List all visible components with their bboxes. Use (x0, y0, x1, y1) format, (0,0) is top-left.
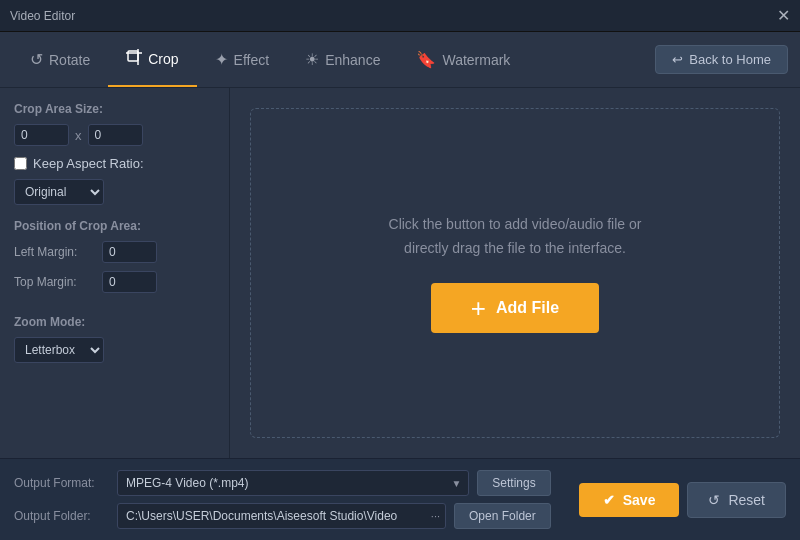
folder-input-wrapper: ··· (117, 503, 446, 529)
tab-effect-label: Effect (234, 52, 270, 68)
left-margin-input[interactable] (102, 241, 157, 263)
position-label: Position of Crop Area: (14, 219, 215, 233)
top-margin-row: Top Margin: (14, 271, 215, 293)
top-margin-label: Top Margin: (14, 275, 94, 289)
enhance-icon: ☀ (305, 50, 319, 69)
save-label: Save (623, 492, 656, 508)
output-folder-input[interactable] (117, 503, 446, 529)
bottom-section: Output Format: MPEG-4 Video (*.mp4) AVI … (0, 458, 800, 540)
back-to-home-button[interactable]: ↩ Back to Home (655, 45, 788, 74)
back-to-home-label: Back to Home (689, 52, 771, 67)
tab-bar: ↺ Rotate Crop ✦ Effect ☀ Enhance 🔖 Water… (0, 32, 800, 88)
bottom-left: Output Format: MPEG-4 Video (*.mp4) AVI … (0, 459, 565, 540)
open-folder-button[interactable]: Open Folder (454, 503, 551, 529)
crop-area-size-row: x (14, 124, 215, 146)
aspect-ratio-select[interactable]: Original 16:9 4:3 1:1 (14, 179, 104, 205)
keep-aspect-ratio-label: Keep Aspect Ratio: (33, 156, 144, 171)
settings-button[interactable]: Settings (477, 470, 550, 496)
main-content: Crop Area Size: x Keep Aspect Ratio: Ori… (0, 88, 800, 458)
left-panel: Crop Area Size: x Keep Aspect Ratio: Ori… (0, 88, 230, 458)
folder-browse-icon[interactable]: ··· (431, 510, 440, 522)
output-format-label: Output Format: (14, 476, 109, 490)
app-title: Video Editor (10, 9, 75, 23)
add-file-plus-icon: + (471, 295, 486, 321)
output-folder-label: Output Folder: (14, 509, 109, 523)
keep-aspect-ratio-row: Keep Aspect Ratio: (14, 156, 215, 171)
drop-area[interactable]: Click the button to add video/audio file… (250, 108, 780, 438)
crop-area-size-label: Crop Area Size: (14, 102, 215, 116)
output-format-select[interactable]: MPEG-4 Video (*.mp4) AVI Video (*.avi) M… (117, 470, 469, 496)
back-home-icon: ↩ (672, 52, 683, 67)
reset-label: Reset (728, 492, 765, 508)
drop-text: Click the button to add video/audio file… (389, 213, 642, 261)
crop-icon (126, 49, 142, 69)
tab-watermark[interactable]: 🔖 Watermark (398, 32, 528, 87)
reset-button[interactable]: ↺ Reset (687, 482, 786, 518)
x-separator: x (75, 128, 82, 143)
crop-width-input[interactable] (14, 124, 69, 146)
zoom-mode-label: Zoom Mode: (14, 315, 215, 329)
reset-icon: ↺ (708, 492, 720, 508)
zoom-mode-select[interactable]: Letterbox Pan & Scan Full (14, 337, 104, 363)
tab-rotate-label: Rotate (49, 52, 90, 68)
add-file-button[interactable]: + Add File (431, 283, 599, 333)
format-select-wrapper: MPEG-4 Video (*.mp4) AVI Video (*.avi) M… (117, 470, 469, 496)
tab-enhance[interactable]: ☀ Enhance (287, 32, 398, 87)
tab-enhance-label: Enhance (325, 52, 380, 68)
title-bar: Video Editor ✕ (0, 0, 800, 32)
save-button[interactable]: ✔ Save (579, 483, 680, 517)
bottom-right: ✔ Save ↺ Reset (565, 459, 800, 540)
output-folder-row: Output Folder: ··· Open Folder (14, 503, 551, 529)
left-margin-row: Left Margin: (14, 241, 215, 263)
save-check-icon: ✔ (603, 492, 615, 508)
tab-watermark-label: Watermark (442, 52, 510, 68)
top-margin-input[interactable] (102, 271, 157, 293)
crop-height-input[interactable] (88, 124, 143, 146)
output-format-row: Output Format: MPEG-4 Video (*.mp4) AVI … (14, 470, 551, 496)
keep-aspect-ratio-checkbox[interactable] (14, 157, 27, 170)
tab-effect[interactable]: ✦ Effect (197, 32, 288, 87)
add-file-label: Add File (496, 299, 559, 317)
rotate-icon: ↺ (30, 50, 43, 69)
tab-crop-label: Crop (148, 51, 178, 67)
effect-icon: ✦ (215, 50, 228, 69)
tab-crop[interactable]: Crop (108, 32, 196, 87)
watermark-icon: 🔖 (416, 50, 436, 69)
right-panel: Click the button to add video/audio file… (230, 88, 800, 458)
left-margin-label: Left Margin: (14, 245, 94, 259)
close-button[interactable]: ✕ (777, 8, 790, 24)
tab-rotate[interactable]: ↺ Rotate (12, 32, 108, 87)
